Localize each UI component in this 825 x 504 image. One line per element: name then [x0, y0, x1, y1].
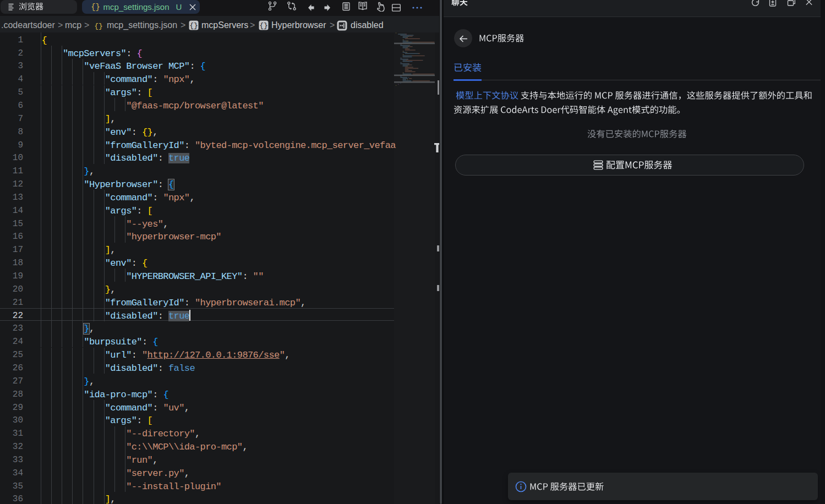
svg-text:{}: {}	[91, 3, 100, 12]
svg-text:{}: {}	[94, 22, 103, 30]
svg-text:{}: {}	[259, 21, 268, 30]
svg-text:{}: {}	[189, 21, 198, 30]
